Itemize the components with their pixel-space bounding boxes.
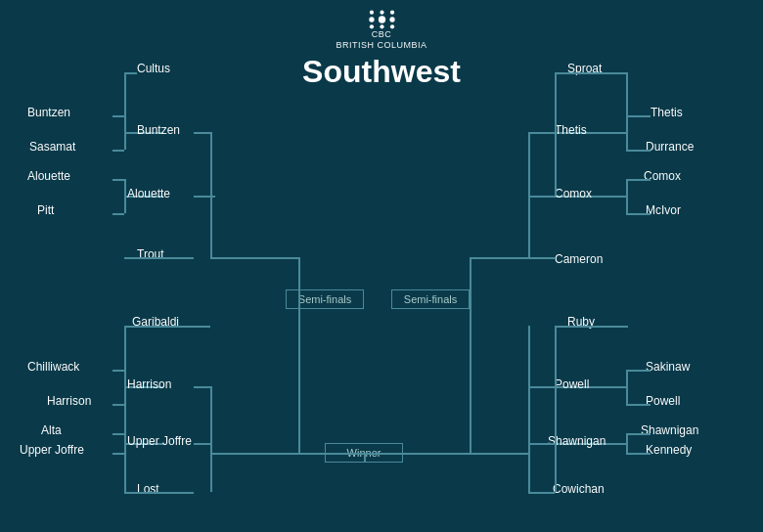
semi-finals-right-box: Semi-finals — [391, 289, 470, 309]
buntzen-win-label: Buntzen — [137, 123, 180, 137]
alta-label: Alta — [41, 423, 62, 437]
mcivor-label: McIvor — [646, 203, 681, 217]
alouette-top-label: Alouette — [27, 169, 70, 183]
semi-finals-left-label: Semi-finals — [298, 293, 351, 305]
logo-line2: BRITISH COLUMBIA — [336, 40, 426, 50]
buntzen-top-label: Buntzen — [27, 106, 70, 119]
svg-point-8 — [389, 24, 393, 28]
svg-point-3 — [369, 11, 373, 15]
svg-point-2 — [389, 17, 394, 22]
upper-joffre-win-label: Upper Joffre — [127, 434, 192, 448]
powell-top-label: Powell — [646, 394, 680, 408]
harrison-top-label: Harrison — [47, 394, 91, 408]
chilliwack-label: Chilliwack — [27, 360, 79, 374]
sasamat-label: Sasamat — [29, 140, 75, 154]
svg-point-4 — [380, 11, 383, 15]
cowichan-label: Cowichan — [553, 482, 605, 496]
pitt-label: Pitt — [37, 203, 54, 217]
svg-point-7 — [380, 24, 383, 28]
logo-area: CBC BRITISH COLUMBIA — [336, 10, 426, 51]
svg-point-5 — [389, 11, 393, 15]
semi-finals-right-label: Semi-finals — [404, 293, 457, 305]
alouette-win-label: Alouette — [127, 187, 170, 200]
cultus-label: Cultus — [137, 62, 170, 75]
sakinaw-label: Sakinaw — [646, 360, 690, 374]
upper-joffre-top-label: Upper Joffre — [20, 443, 84, 457]
logo-line1: CBC — [372, 29, 392, 39]
cbc-logo-icon — [366, 10, 397, 29]
cameron-label: Cameron — [555, 252, 603, 266]
durrance-label: Durrance — [646, 140, 694, 154]
thetis-top-label: Thetis — [651, 106, 683, 119]
comox-win-label: Comox — [555, 187, 592, 200]
page-title: Southwest — [302, 54, 461, 90]
svg-point-0 — [378, 16, 384, 22]
logo-text: CBC BRITISH COLUMBIA — [336, 29, 426, 51]
semi-finals-left-box: Semi-finals — [286, 289, 364, 309]
powell-win-label: Powell — [555, 377, 589, 391]
svg-point-6 — [369, 24, 373, 28]
thetis-win-label: Thetis — [555, 123, 587, 137]
harrison-win-label: Harrison — [127, 377, 171, 391]
svg-point-1 — [369, 17, 374, 22]
kennedy-label: Kennedy — [646, 443, 692, 457]
